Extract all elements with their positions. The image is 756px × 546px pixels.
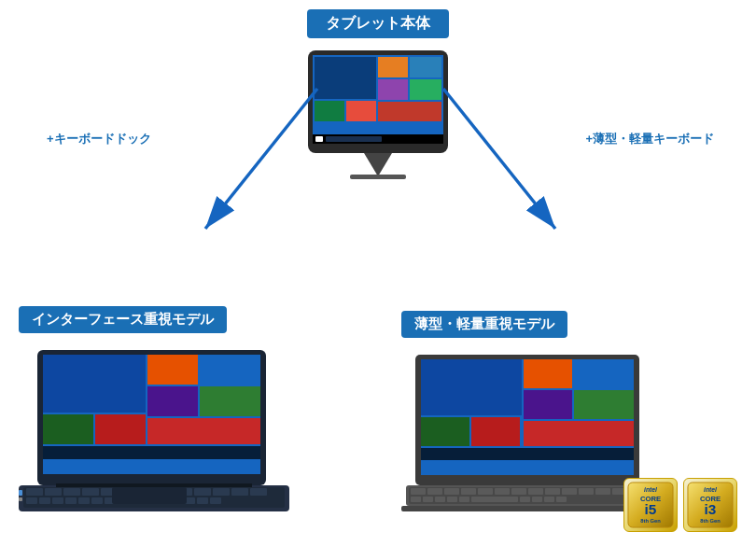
svg-rect-41 bbox=[250, 488, 267, 496]
svg-rect-76 bbox=[495, 488, 510, 495]
svg-rect-66 bbox=[574, 390, 634, 419]
intel-i5-badge: intel CORE i5 8th Gen bbox=[623, 478, 678, 532]
arrow-left bbox=[149, 70, 364, 257]
svg-text:intel: intel bbox=[644, 486, 657, 493]
svg-rect-55 bbox=[56, 483, 252, 487]
svg-rect-39 bbox=[213, 488, 230, 496]
tablet-label: タブレット本体 bbox=[307, 9, 449, 38]
svg-rect-86 bbox=[423, 497, 433, 502]
svg-rect-62 bbox=[471, 417, 520, 446]
svg-rect-46 bbox=[78, 497, 90, 504]
svg-rect-65 bbox=[524, 390, 572, 419]
intel-badges-container: intel CORE i5 8th Gen in bbox=[623, 478, 737, 532]
svg-rect-75 bbox=[478, 488, 493, 495]
svg-rect-19 bbox=[43, 414, 93, 444]
svg-rect-72 bbox=[427, 488, 442, 495]
svg-rect-30 bbox=[45, 488, 62, 496]
svg-rect-77 bbox=[511, 488, 526, 495]
svg-rect-64 bbox=[574, 359, 634, 388]
svg-rect-29 bbox=[26, 488, 43, 496]
svg-rect-79 bbox=[545, 488, 560, 495]
svg-rect-57 bbox=[19, 497, 22, 501]
svg-rect-52 bbox=[197, 497, 208, 504]
svg-rect-82 bbox=[595, 488, 610, 495]
svg-rect-18 bbox=[43, 355, 146, 413]
left-accessory-label: +キーボードドック bbox=[47, 131, 151, 147]
svg-rect-22 bbox=[200, 355, 260, 385]
svg-rect-63 bbox=[524, 359, 572, 388]
svg-rect-42 bbox=[26, 497, 37, 504]
svg-rect-88 bbox=[447, 497, 457, 502]
svg-rect-92 bbox=[532, 497, 542, 502]
left-model-section: インターフェース重視モデル bbox=[19, 306, 355, 518]
svg-rect-56 bbox=[19, 490, 22, 496]
left-laptop-image bbox=[19, 341, 317, 518]
svg-rect-20 bbox=[95, 414, 146, 444]
svg-rect-74 bbox=[461, 488, 476, 495]
svg-rect-44 bbox=[52, 497, 63, 504]
svg-rect-78 bbox=[528, 488, 543, 495]
svg-rect-24 bbox=[200, 386, 260, 416]
svg-rect-71 bbox=[411, 488, 426, 495]
main-container: タブレット本体 bbox=[0, 0, 756, 546]
svg-rect-91 bbox=[520, 497, 530, 502]
svg-rect-90 bbox=[471, 497, 518, 502]
intel-i3-badge: intel CORE i3 8th Gen bbox=[683, 478, 737, 532]
svg-rect-80 bbox=[562, 488, 577, 495]
svg-text:i3: i3 bbox=[705, 501, 717, 517]
svg-rect-53 bbox=[210, 497, 221, 504]
svg-rect-94 bbox=[556, 497, 567, 502]
right-model-label: 薄型・軽量重視モデル bbox=[401, 311, 567, 338]
left-model-label: インターフェース重視モデル bbox=[19, 306, 227, 333]
svg-rect-21 bbox=[147, 355, 198, 385]
svg-rect-38 bbox=[194, 488, 211, 496]
svg-rect-45 bbox=[65, 497, 77, 504]
svg-rect-68 bbox=[421, 448, 634, 460]
svg-text:8th Gen: 8th Gen bbox=[700, 518, 721, 524]
svg-rect-93 bbox=[544, 497, 554, 502]
svg-text:i5: i5 bbox=[645, 501, 657, 517]
arrow-right bbox=[397, 70, 611, 257]
svg-rect-26 bbox=[43, 446, 260, 459]
svg-rect-67 bbox=[524, 421, 634, 446]
svg-rect-81 bbox=[579, 488, 594, 495]
svg-rect-40 bbox=[231, 488, 248, 496]
svg-rect-89 bbox=[459, 497, 469, 502]
svg-rect-25 bbox=[147, 418, 260, 444]
svg-rect-85 bbox=[411, 497, 421, 502]
svg-rect-60 bbox=[421, 359, 522, 415]
svg-rect-31 bbox=[63, 488, 80, 496]
svg-rect-54 bbox=[112, 487, 187, 504]
svg-rect-32 bbox=[82, 488, 99, 496]
svg-rect-43 bbox=[39, 497, 50, 504]
svg-rect-73 bbox=[444, 488, 459, 495]
svg-text:intel: intel bbox=[704, 486, 717, 493]
right-accessory-label: +薄型・軽量キーボード bbox=[585, 131, 714, 147]
svg-rect-23 bbox=[147, 386, 198, 416]
svg-text:8th Gen: 8th Gen bbox=[640, 518, 661, 524]
svg-rect-61 bbox=[421, 417, 469, 446]
svg-rect-47 bbox=[91, 497, 103, 504]
svg-rect-87 bbox=[435, 497, 445, 502]
